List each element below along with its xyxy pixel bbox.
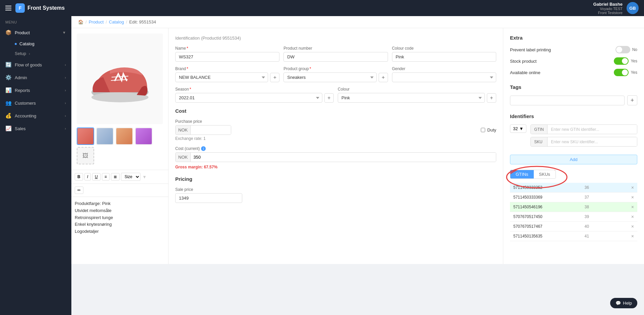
help-label: Help bbox=[623, 301, 632, 306]
sidebar-sub-setup[interactable]: Setup › bbox=[15, 49, 71, 58]
tag-input[interactable] bbox=[510, 96, 625, 105]
purchase-price-input[interactable] bbox=[191, 125, 231, 135]
thumb-1[interactable] bbox=[77, 127, 94, 145]
gtin-delete-5[interactable]: × bbox=[631, 224, 634, 229]
extra-section: Extra Prevent label printing No Stock pr… bbox=[510, 35, 637, 76]
gtin-delete-1[interactable]: × bbox=[631, 185, 634, 190]
breadcrumb-home[interactable]: 🏠 bbox=[78, 19, 83, 24]
gtin-row-6: 5711450135635 41 × bbox=[510, 231, 637, 241]
identification-title: Identification (ProductId 9551534) bbox=[175, 35, 496, 41]
cost-current-input[interactable] bbox=[191, 153, 496, 162]
editor-content[interactable]: Produktfarge: Pink Utvidet mellomsåle Re… bbox=[71, 197, 168, 264]
available-toggle-wrap: Yes bbox=[614, 69, 637, 76]
colour-code-input[interactable] bbox=[392, 52, 496, 62]
duty-checkbox[interactable] bbox=[481, 128, 485, 132]
unordered-list-button[interactable]: ≣ bbox=[111, 173, 120, 180]
gtin-num-4: 39 bbox=[585, 214, 589, 219]
season-select[interactable]: 2022.01 bbox=[175, 93, 322, 103]
italic-button[interactable]: I bbox=[84, 173, 91, 180]
gross-margin: Gross margin: 67.57% bbox=[175, 165, 496, 169]
tag-add-button[interactable]: + bbox=[627, 95, 637, 105]
skus-tab[interactable]: SKUs bbox=[534, 170, 556, 178]
catalog-label: Catalog bbox=[19, 41, 35, 46]
stock-toggle[interactable] bbox=[614, 57, 629, 65]
logo-text: Front Systems bbox=[27, 5, 65, 11]
sidebar-item-flow-of-goods[interactable]: 🔄 Flow of goods › bbox=[0, 58, 71, 71]
sidebar-sub-catalog[interactable]: Catalog bbox=[15, 39, 71, 49]
product-group-select[interactable]: Sneakers bbox=[283, 72, 376, 82]
thumb-4[interactable] bbox=[135, 127, 152, 145]
customers-label: Customers bbox=[15, 101, 36, 106]
gtin-code-3: 5711450546196 bbox=[513, 205, 542, 209]
brand-add-button[interactable]: + bbox=[270, 73, 279, 82]
bold-button[interactable]: B bbox=[75, 173, 83, 180]
form-row-brand: Brand* NEW BALANCE + Product group* bbox=[175, 66, 496, 82]
available-toggle[interactable] bbox=[614, 69, 629, 76]
breadcrumb-sep-3: / bbox=[126, 19, 127, 24]
editor-line-4: Enkel knytesnøring bbox=[75, 221, 165, 228]
colour-label: Colour bbox=[338, 87, 496, 92]
gtin-delete-2[interactable]: × bbox=[631, 195, 634, 200]
hamburger-menu[interactable] bbox=[5, 6, 11, 10]
gtin-row-4: 5707670517450 39 × bbox=[510, 212, 637, 222]
gtin-delete-3[interactable]: × bbox=[631, 204, 634, 210]
colour-select[interactable]: Pink bbox=[338, 93, 485, 103]
main-layout: Menu 📦 Product ▼ Catalog Setup › 🔄 Flow … bbox=[0, 16, 644, 315]
product-group-add-button[interactable]: + bbox=[379, 73, 388, 82]
sidebar-sub-product: Catalog Setup › bbox=[0, 39, 71, 58]
season-add-button[interactable]: + bbox=[324, 93, 334, 103]
add-identifier-button[interactable]: Add bbox=[510, 155, 637, 164]
size-select[interactable]: Size bbox=[121, 173, 140, 181]
tag-input-wrap: + bbox=[510, 95, 637, 105]
sidebar-item-accounting[interactable]: 💰 Accounting › bbox=[0, 109, 71, 122]
sidebar-item-admin[interactable]: ⚙️ Admin › bbox=[0, 71, 71, 84]
sale-price-input[interactable] bbox=[175, 193, 242, 203]
breadcrumb-product[interactable]: Product bbox=[89, 19, 104, 24]
season-label: Season* bbox=[175, 87, 334, 92]
sidebar-item-customers[interactable]: 👥 Customers › bbox=[0, 97, 71, 109]
gender-select[interactable]: Male Female Unisex bbox=[392, 72, 496, 82]
tags-title: Tags bbox=[510, 84, 637, 90]
size-select-button[interactable]: 32 ▼ bbox=[510, 124, 526, 133]
thumb-3[interactable] bbox=[116, 127, 133, 145]
avatar[interactable]: GB bbox=[627, 2, 639, 14]
product-number-label: Product number bbox=[283, 46, 388, 51]
eraser-button[interactable]: ✏ bbox=[75, 187, 83, 194]
gtin-delete-4[interactable]: × bbox=[631, 214, 634, 219]
gtin-num-1: 36 bbox=[585, 185, 589, 190]
main-product-image bbox=[77, 34, 163, 124]
breadcrumb-current: Edit: 9551534 bbox=[129, 19, 156, 24]
gtins-tab[interactable]: GTINs bbox=[510, 170, 534, 178]
gtin-num-3: 38 bbox=[585, 205, 589, 209]
sidebar-item-product[interactable]: 📦 Product ▼ bbox=[0, 26, 71, 39]
prevent-toggle[interactable] bbox=[616, 46, 630, 53]
colour-add-button[interactable]: + bbox=[487, 93, 496, 103]
sku-input[interactable] bbox=[548, 137, 637, 146]
breadcrumb-catalog[interactable]: Catalog bbox=[109, 19, 124, 24]
thumb-2[interactable] bbox=[96, 127, 114, 145]
product-number-input[interactable] bbox=[283, 52, 388, 62]
cost-info-icon[interactable]: i bbox=[201, 146, 206, 151]
gender-label: Gender bbox=[392, 66, 496, 71]
available-label: Available online bbox=[510, 70, 540, 75]
sidebar-item-reports[interactable]: 📊 Reports › bbox=[0, 84, 71, 97]
prevent-toggle-val: No bbox=[632, 47, 637, 52]
reports-arrow: › bbox=[65, 88, 66, 92]
brand-select[interactable]: NEW BALANCE bbox=[175, 72, 268, 82]
underline-button[interactable]: U bbox=[92, 173, 101, 180]
gtin-code-2: 5711450333369 bbox=[513, 195, 542, 200]
admin-icon: ⚙️ bbox=[5, 74, 11, 81]
ordered-list-button[interactable]: ≡ bbox=[102, 173, 110, 180]
flow-icon: 🔄 bbox=[5, 62, 11, 68]
name-input[interactable] bbox=[175, 52, 279, 62]
thumb-add[interactable]: 🖼 bbox=[77, 147, 94, 164]
editor-line-2: Utvidet mellomsåle bbox=[75, 207, 165, 214]
help-button[interactable]: 💬 Help bbox=[610, 298, 637, 308]
gtin-num-2: 37 bbox=[585, 195, 589, 200]
form-panel: Identification (ProductId 9551534) Name*… bbox=[169, 28, 503, 264]
size-dropdown: 32 ▼ bbox=[510, 124, 526, 133]
help-bubble-icon: 💬 bbox=[616, 301, 621, 306]
gtin-input[interactable] bbox=[548, 125, 637, 134]
gtin-delete-6[interactable]: × bbox=[631, 233, 634, 239]
sidebar-item-sales[interactable]: 📈 Sales › bbox=[0, 122, 71, 135]
